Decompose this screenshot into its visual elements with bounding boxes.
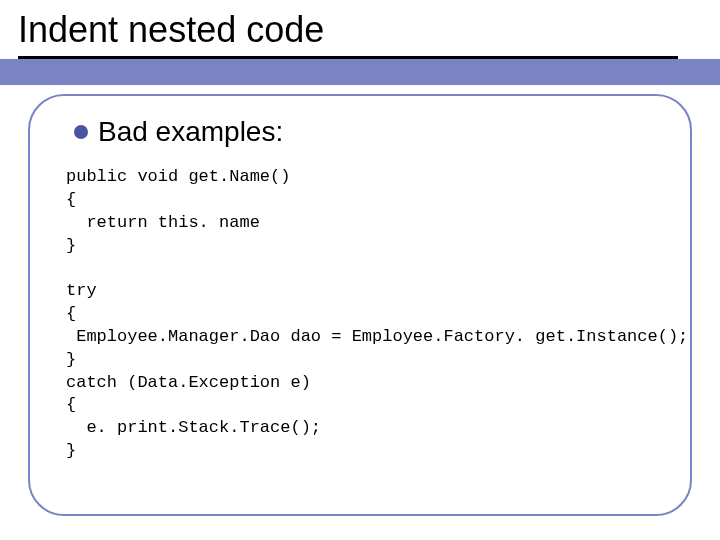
heading-line: Bad examples: bbox=[74, 116, 660, 148]
bullet-icon bbox=[74, 125, 88, 139]
content-frame: Bad examples: public void get.Name() { r… bbox=[28, 94, 692, 516]
accent-band bbox=[0, 59, 720, 85]
title-area: Indent nested code bbox=[0, 0, 720, 59]
code-block-1: public void get.Name() { return this. na… bbox=[66, 166, 660, 258]
slide-title: Indent nested code bbox=[18, 10, 702, 50]
code-block-2: try { Employee.Manager.Dao dao = Employe… bbox=[66, 280, 660, 464]
heading-text: Bad examples: bbox=[98, 116, 283, 148]
slide: Indent nested code Bad examples: public … bbox=[0, 0, 720, 540]
